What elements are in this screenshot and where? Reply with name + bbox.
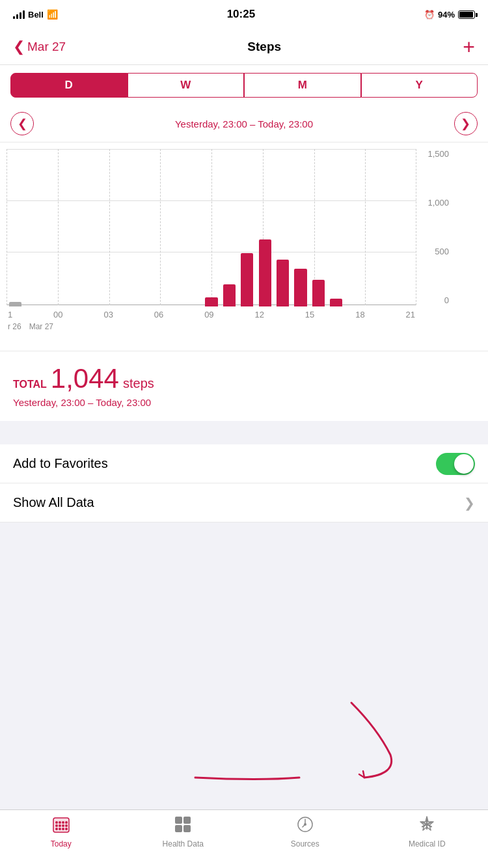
show-all-data-label: Show All Data bbox=[13, 495, 94, 510]
carrier-label: Bell bbox=[28, 10, 44, 20]
health-data-icon bbox=[174, 815, 192, 837]
svg-point-9 bbox=[65, 824, 68, 827]
tab-sources-label: Sources bbox=[291, 839, 319, 848]
svg-point-13 bbox=[65, 828, 68, 830]
x-label-15: 15 bbox=[305, 310, 314, 319]
y-label-1000: 1,000 bbox=[427, 198, 449, 208]
svg-point-11 bbox=[59, 828, 61, 830]
bar-15 bbox=[259, 239, 271, 306]
battery-percent: 94% bbox=[438, 10, 455, 20]
back-chevron-icon: ❮ bbox=[13, 38, 25, 55]
toggle-knob bbox=[454, 454, 474, 474]
total-line: TOTAL 1,044 steps bbox=[13, 363, 475, 394]
period-year-button[interactable]: Y bbox=[361, 73, 478, 98]
chart-inner: 1,500 1,000 500 0 bbox=[7, 149, 452, 331]
medical-id-icon bbox=[418, 815, 436, 837]
add-to-favorites-toggle[interactable] bbox=[436, 453, 475, 475]
total-number: 1,044 bbox=[51, 363, 119, 394]
svg-point-8 bbox=[62, 824, 64, 827]
date-axis-labels: r 26 Mar 27 bbox=[7, 322, 416, 331]
period-month-button[interactable]: M bbox=[244, 73, 361, 98]
section-separator bbox=[0, 421, 488, 444]
y-label-0: 0 bbox=[444, 295, 449, 305]
bar-12 bbox=[205, 297, 217, 306]
x-label-00: 00 bbox=[53, 310, 62, 319]
svg-rect-17 bbox=[183, 825, 191, 832]
status-time: 10:25 bbox=[227, 8, 255, 21]
sources-icon bbox=[296, 815, 314, 837]
svg-rect-15 bbox=[183, 817, 191, 824]
alarm-icon: ⏰ bbox=[424, 10, 435, 20]
add-to-favorites-label: Add to Favorites bbox=[13, 456, 108, 471]
signal-icon bbox=[13, 10, 25, 19]
svg-point-5 bbox=[65, 821, 68, 824]
bar-17 bbox=[294, 269, 306, 306]
battery-icon bbox=[458, 10, 475, 19]
x-axis-labels: 1 00 03 06 09 12 15 18 21 bbox=[7, 310, 416, 319]
svg-rect-14 bbox=[175, 817, 182, 824]
tab-sources[interactable]: Sources bbox=[244, 815, 366, 848]
total-label: TOTAL bbox=[13, 379, 47, 390]
bar-19 bbox=[330, 299, 342, 306]
svg-point-6 bbox=[55, 824, 58, 827]
y-label-1500: 1,500 bbox=[427, 149, 449, 159]
tab-today[interactable]: Today bbox=[0, 815, 122, 848]
today-icon bbox=[52, 815, 70, 837]
chart-area: 1,500 1,000 500 0 bbox=[0, 142, 488, 351]
period-week-button[interactable]: W bbox=[128, 73, 245, 98]
show-all-data-item[interactable]: Show All Data ❯ bbox=[0, 483, 488, 522]
period-day-button[interactable]: D bbox=[10, 73, 128, 98]
svg-point-10 bbox=[55, 828, 58, 830]
svg-point-7 bbox=[59, 824, 61, 827]
tab-medical-id-label: Medical ID bbox=[409, 839, 446, 848]
date-next-button[interactable]: ❯ bbox=[454, 112, 478, 135]
wifi-icon: 📶 bbox=[47, 9, 58, 20]
bar-16 bbox=[277, 260, 289, 306]
x-label-09: 09 bbox=[204, 310, 213, 319]
tab-health-data-label: Health Data bbox=[163, 839, 204, 848]
x-label-1: 1 bbox=[8, 310, 12, 319]
date-label-mar27: Mar 27 bbox=[29, 322, 53, 331]
status-right: ⏰ 94% bbox=[424, 10, 475, 20]
tab-medical-id[interactable]: Medical ID bbox=[366, 815, 489, 848]
total-section: TOTAL 1,044 steps Yesterday, 23:00 – Tod… bbox=[0, 351, 488, 421]
add-button[interactable]: + bbox=[463, 36, 475, 57]
chevron-right-icon: ❯ bbox=[464, 495, 475, 511]
date-nav: ❮ Yesterday, 23:00 – Today, 23:00 ❯ bbox=[0, 105, 488, 142]
back-button[interactable]: ❮ Mar 27 bbox=[13, 38, 66, 55]
svg-point-12 bbox=[62, 828, 64, 830]
add-to-favorites-item: Add to Favorites bbox=[0, 444, 488, 483]
x-label-21: 21 bbox=[406, 310, 415, 319]
svg-point-3 bbox=[59, 821, 61, 824]
total-unit: steps bbox=[123, 376, 154, 391]
bar-0 bbox=[9, 302, 21, 306]
page-title: Steps bbox=[247, 40, 281, 54]
total-date-range: Yesterday, 23:00 – Today, 23:00 bbox=[13, 397, 475, 408]
x-label-12: 12 bbox=[254, 310, 264, 319]
x-label-18: 18 bbox=[355, 310, 364, 319]
y-axis-labels: 1,500 1,000 500 0 bbox=[420, 149, 452, 305]
settings-list: Add to Favorites Show All Data ❯ bbox=[0, 444, 488, 522]
tab-today-label: Today bbox=[51, 839, 72, 848]
back-label: Mar 27 bbox=[27, 40, 66, 54]
bar-14 bbox=[241, 253, 253, 306]
date-prev-button[interactable]: ❮ bbox=[10, 112, 34, 135]
date-range-label: Yesterday, 23:00 – Today, 23:00 bbox=[175, 118, 313, 129]
bars-container bbox=[7, 150, 416, 306]
period-selector: D W M Y bbox=[0, 65, 488, 105]
svg-point-19 bbox=[304, 823, 306, 826]
svg-point-2 bbox=[55, 821, 58, 824]
svg-rect-16 bbox=[175, 825, 182, 832]
x-label-03: 03 bbox=[103, 310, 113, 319]
svg-point-4 bbox=[62, 821, 64, 824]
date-label-mar26: r 26 bbox=[8, 322, 21, 331]
nav-header: ❮ Mar 27 Steps + bbox=[0, 29, 488, 65]
y-label-500: 500 bbox=[435, 247, 449, 256]
bar-13 bbox=[223, 284, 236, 306]
x-label-06: 06 bbox=[154, 310, 163, 319]
status-bar: Bell 📶 10:25 ⏰ 94% bbox=[0, 0, 488, 29]
bar-18 bbox=[312, 280, 325, 306]
tab-health-data[interactable]: Health Data bbox=[122, 815, 245, 848]
tab-bar: Today Health Data Sources bbox=[0, 809, 488, 868]
status-left: Bell 📶 bbox=[13, 9, 58, 20]
